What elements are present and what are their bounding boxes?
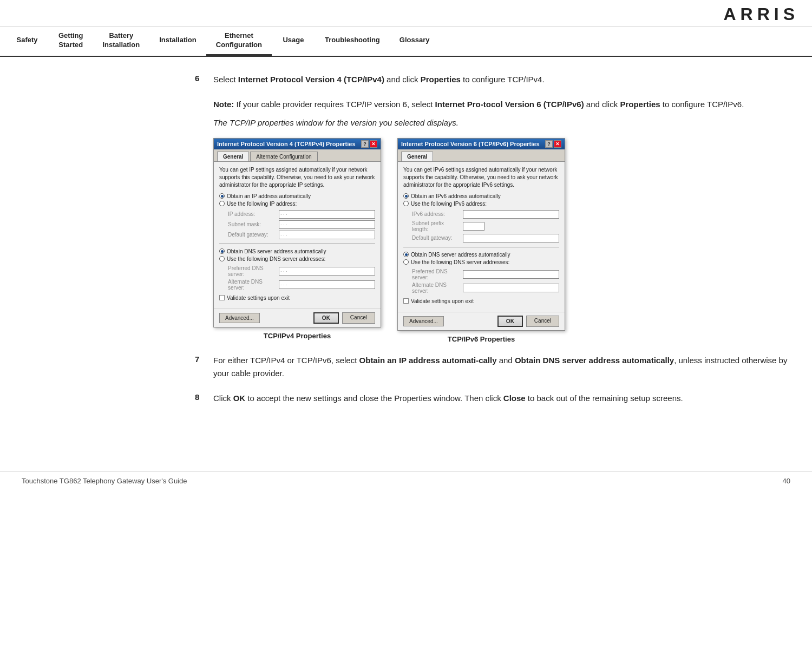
ipv4-screenshot-block: Internet Protocol Version 4 (TCP/IPv4) P… <box>213 138 381 340</box>
ipv4-cancel-btn[interactable]: Cancel <box>342 312 375 324</box>
ipv6-radio-dns-manual[interactable]: Use the following DNS server addresses: <box>403 259 559 265</box>
ipv4-radio-dns-auto[interactable]: Obtain DNS server address automatically <box>219 248 375 254</box>
ipv4-radio-group-ip: Obtain an IP address automatically Use t… <box>219 193 375 207</box>
nav-safety[interactable]: Safety <box>5 27 49 56</box>
ipv4-radio-dns-manual-label: Use the following DNS server addresses: <box>227 256 325 262</box>
ipv4-tab-general[interactable]: General <box>217 152 249 161</box>
footer-product: Touchstone TG862 Telephony Gateway User'… <box>22 477 187 485</box>
ipv4-advanced-btn[interactable]: Advanced... <box>219 313 260 323</box>
ipv6-titlebar-buttons: ? ✕ <box>545 140 561 148</box>
ipv6-tabs: General <box>398 149 565 162</box>
ipv4-body: You can get IP settings assigned automat… <box>214 162 381 309</box>
nav-troubleshooting[interactable]: Troubleshooting <box>315 27 390 56</box>
ipv6-pref-dns-label: Preferred DNS server: <box>412 268 461 280</box>
ipv4-help-btn[interactable]: ? <box>361 140 369 148</box>
ipv6-body: You can get IPv6 settings assigned autom… <box>398 162 565 312</box>
ipv4-radio-dns-manual[interactable]: Use the following DNS server addresses: <box>219 256 375 262</box>
ipv4-titlebar: Internet Protocol Version 4 (TCP/IPv4) P… <box>214 139 381 149</box>
nav-usage[interactable]: Usage <box>272 27 315 56</box>
ipv4-ip-row: IP address: . . . <box>219 210 375 219</box>
ipv4-caption: TCP/IPv4 Properties <box>264 332 331 340</box>
nav-installation[interactable]: Installation <box>149 27 206 56</box>
ipv6-help-btn[interactable]: ? <box>545 140 553 148</box>
ipv4-tab-alternate[interactable]: Alternate Configuration <box>250 152 317 161</box>
content-area: 6 Select Internet Protocol Version 4 (TC… <box>184 73 812 438</box>
ipv4-radio-dns-manual-icon <box>219 256 225 261</box>
ipv4-radio-obtain-auto[interactable]: Obtain an IP address automatically <box>219 193 375 199</box>
ipv4-subnet-label: Subnet mask: <box>228 221 277 227</box>
ipv4-radio-group-dns: Obtain DNS server address automatically … <box>219 248 375 262</box>
step-8: 8 Click OK to accept the new settings an… <box>195 392 790 405</box>
ipv6-radio-dns-auto-icon <box>403 252 409 257</box>
step-7-number: 7 <box>195 354 210 364</box>
ipv6-checkbox-row: Validate settings upon exit <box>403 298 559 304</box>
ipv6-radio-group-dns: Obtain DNS server address automatically … <box>403 252 559 265</box>
ipv6-desc: You can get IPv6 settings assigned autom… <box>403 166 559 189</box>
screenshots-row: Internet Protocol Version 4 (TCP/IPv4) P… <box>213 138 790 343</box>
ipv4-radio-obtain-icon <box>219 193 225 199</box>
ipv6-screenshot-block: Internet Protocol Version 6 (TCP/IPv6) P… <box>397 138 565 343</box>
ipv6-alt-dns-label: Alternate DNS server: <box>412 282 461 294</box>
ipv4-alt-dns-row: Alternate DNS server: . . . <box>219 279 375 291</box>
ipv4-separator <box>219 244 375 244</box>
ipv6-pref-dns-row: Preferred DNS server: <box>403 268 559 280</box>
nav-getting-started[interactable]: GettingStarted <box>49 27 93 56</box>
ipv4-radio-use-following[interactable]: Use the following IP address: <box>219 201 375 207</box>
sidebar <box>0 73 184 438</box>
ipv4-radio-obtain-label: Obtain an IP address automatically <box>227 193 311 199</box>
ipv6-gateway-row: Default gateway: <box>403 234 559 242</box>
ipv4-gateway-field: . . . <box>279 231 375 239</box>
header: ARRIS <box>0 0 812 27</box>
step-8-number: 8 <box>195 392 210 402</box>
ipv6-gateway-label: Default gateway: <box>412 235 461 241</box>
ipv4-close-btn[interactable]: ✕ <box>370 140 377 148</box>
ipv6-prefix-field <box>463 222 484 231</box>
ipv4-ok-btn[interactable]: OK <box>313 312 339 324</box>
ipv6-alt-dns-row: Alternate DNS server: <box>403 282 559 294</box>
ipv4-tabs: General Alternate Configuration <box>214 149 381 162</box>
ipv4-footer: Advanced... OK Cancel <box>214 309 381 327</box>
ipv6-cancel-btn[interactable]: Cancel <box>526 316 559 327</box>
ipv4-checkbox-row: Validate settings upon exit <box>219 295 375 301</box>
ipv6-gateway-field <box>463 234 559 242</box>
ipv6-validate-checkbox[interactable] <box>403 298 409 304</box>
ipv6-radio-dns-auto[interactable]: Obtain DNS server address automatically <box>403 252 559 258</box>
ipv4-title: Internet Protocol Version 4 (TCP/IPv4) P… <box>217 141 356 147</box>
nav-battery-installation[interactable]: BatteryInstallation <box>93 27 150 56</box>
ipv6-prefix-label: Subnet prefix length: <box>412 220 461 232</box>
ipv6-tab-general[interactable]: General <box>401 152 433 161</box>
ipv4-ip-field: . . . <box>279 210 375 219</box>
ipv6-radio-use-label: Use the following IPv6 address: <box>411 201 487 207</box>
ipv6-radio-group-ip: Obtain an IPv6 address automatically Use… <box>403 193 559 207</box>
ipv4-dialog: Internet Protocol Version 4 (TCP/IPv4) P… <box>213 138 381 327</box>
step-6-number: 6 <box>195 73 210 83</box>
ipv6-advanced-btn[interactable]: Advanced... <box>403 316 444 326</box>
ipv6-footer: Advanced... OK Cancel <box>398 312 565 330</box>
ipv6-separator <box>403 247 559 247</box>
ipv4-validate-label: Validate settings upon exit <box>227 295 290 301</box>
ipv4-radio-dns-auto-label: Obtain DNS server address automatically <box>227 248 326 254</box>
italic-description: The TCP/IP properties window for the ver… <box>213 116 790 129</box>
ipv6-close-btn[interactable]: ✕ <box>554 140 561 148</box>
ipv4-validate-checkbox[interactable] <box>219 295 225 300</box>
ipv4-pref-dns-row: Preferred DNS server: . . . <box>219 265 375 277</box>
footer-page: 40 <box>783 477 790 485</box>
ipv4-radio-use-label: Use the following IP address: <box>227 201 297 207</box>
ipv6-pref-dns-field <box>463 270 559 279</box>
step-8-text: Click OK to accept the new settings and … <box>213 392 790 405</box>
ipv6-radio-obtain-auto[interactable]: Obtain an IPv6 address automatically <box>403 193 559 199</box>
nav-glossary[interactable]: Glossary <box>390 27 440 56</box>
ipv4-radio-use-icon <box>219 201 225 206</box>
ipv6-radio-use-following[interactable]: Use the following IPv6 address: <box>403 201 559 207</box>
ipv6-titlebar: Internet Protocol Version 6 (TCP/IPv6) P… <box>398 139 565 149</box>
ipv6-ip-field <box>463 210 559 219</box>
ipv6-radio-dns-auto-label: Obtain DNS server address automatically <box>411 252 510 258</box>
page-footer: Touchstone TG862 Telephony Gateway User'… <box>0 471 812 490</box>
ipv4-ip-label: IP address: <box>228 211 277 217</box>
nav-ethernet-configuration[interactable]: EthernetConfiguration <box>206 27 272 56</box>
ipv6-radio-use-icon <box>403 201 409 206</box>
ipv4-titlebar-buttons: ? ✕ <box>361 140 377 148</box>
ipv4-pref-dns-field: . . . <box>279 267 375 276</box>
ipv6-ok-btn[interactable]: OK <box>497 316 523 327</box>
ipv6-alt-dns-field <box>463 284 559 292</box>
